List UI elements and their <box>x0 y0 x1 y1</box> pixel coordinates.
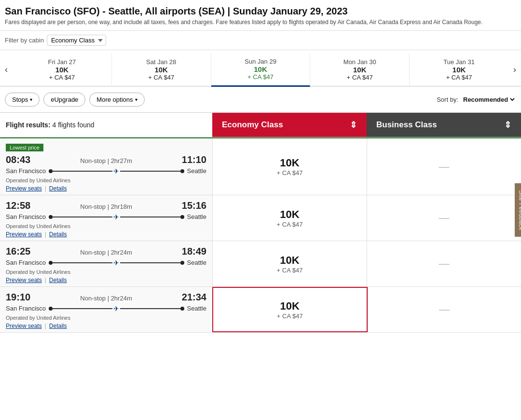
results-bold: Flight results: <box>6 121 51 129</box>
business-dash: — <box>439 303 450 316</box>
date-cell[interactable]: Mon Jan 30 10K + CA $47 <box>310 53 410 86</box>
business-fare-cell[interactable]: — <box>367 138 521 195</box>
arrive-time: 21:34 <box>182 292 206 303</box>
link-separator: | <box>45 277 46 284</box>
date-fee: + CA $47 <box>49 74 75 81</box>
economy-fare-cell[interactable]: 10K + CA $47 <box>212 287 368 332</box>
route-end-dot <box>180 261 184 265</box>
flight-meta: Non-stop | 2hr27m <box>35 157 177 164</box>
date-miles: 10K <box>452 66 466 74</box>
depart-time: 12:58 <box>6 200 30 211</box>
preview-seats-link[interactable]: Preview seats <box>6 323 42 329</box>
route-line: ✈ <box>49 169 184 173</box>
eupgrade-label: eUpgrade <box>51 96 78 103</box>
preview-seats-link[interactable]: Preview seats <box>6 185 42 192</box>
date-fee: + CA $47 <box>446 74 472 81</box>
more-options-button[interactable]: More options ▾ <box>89 93 144 107</box>
date-label: Mon Jan 30 <box>343 58 376 66</box>
dest-city: Seattle <box>187 167 206 175</box>
date-label: Sun Jan 29 <box>245 58 276 65</box>
business-fare-cell[interactable]: — <box>367 241 521 286</box>
economy-fare-cell[interactable]: 10K + CA $47 <box>212 241 367 286</box>
date-cell[interactable]: Sat Jan 28 10K + CA $47 <box>112 53 211 86</box>
date-label: Sat Jan 28 <box>146 58 176 66</box>
economy-tab-arrow-icon: ⇕ <box>350 120 357 130</box>
flight-links: Preview seats | Details <box>6 277 206 284</box>
route-bar: ✈ <box>53 217 180 217</box>
filter-bar: Filter by cabin Economy Class Business C… <box>0 30 521 50</box>
origin-city: San Francisco <box>6 167 46 175</box>
route-bar: ✈ <box>53 171 180 172</box>
link-separator: | <box>45 231 46 238</box>
flight-row: 12:58 Non-stop | 2hr18m 15:16 San Franci… <box>0 195 521 241</box>
operator: Operated by United Airlines <box>6 269 206 275</box>
more-options-chevron-icon: ▾ <box>135 97 137 102</box>
economy-tab[interactable]: Economy Class ⇕ <box>212 113 367 137</box>
route: San Francisco ✈ Seattle <box>6 305 206 312</box>
flight-times: 16:25 Non-stop | 2hr24m 18:49 <box>6 246 206 257</box>
stops-label: Stops <box>12 96 28 103</box>
flight-links: Preview seats | Details <box>6 231 206 238</box>
business-dash: — <box>439 212 450 224</box>
dest-city: Seattle <box>187 259 206 266</box>
economy-miles: 10K <box>280 254 299 267</box>
arrive-time: 11:10 <box>182 154 206 165</box>
date-cell[interactable]: Sun Jan 29 10K + CA $47 <box>211 53 311 87</box>
economy-fee: + CA $47 <box>277 312 303 320</box>
flight-row: Lowest price 08:43 Non-stop | 2hr27m 11:… <box>0 137 521 195</box>
flight-times: 19:10 Non-stop | 2hr24m 21:34 <box>6 292 206 303</box>
date-miles: 10K <box>55 66 69 74</box>
eupgrade-button[interactable]: eUpgrade <box>43 93 85 107</box>
link-separator: | <box>45 185 46 192</box>
route: San Francisco ✈ Seattle <box>6 167 206 175</box>
flight-row: 16:25 Non-stop | 2hr24m 18:49 San Franci… <box>0 241 521 287</box>
plane-icon: ✈ <box>112 213 120 221</box>
route: San Francisco ✈ Seattle <box>6 259 206 266</box>
flight-links: Preview seats | Details <box>6 185 206 192</box>
results-count: 4 flights found <box>52 121 94 129</box>
lowest-price-badge: Lowest price <box>6 144 43 151</box>
plane-icon: ✈ <box>112 259 120 267</box>
business-dash: — <box>439 257 450 270</box>
details-link[interactable]: Details <box>49 323 67 329</box>
route-end-dot <box>180 215 184 219</box>
operator: Operated by United Airlines <box>6 315 206 321</box>
business-fare-cell[interactable]: — <box>367 195 521 241</box>
sort-select[interactable]: Recommended Price Duration Departure <box>461 95 516 104</box>
route-start-dot <box>49 215 53 219</box>
site-feedback-button[interactable]: Site Feedback <box>515 183 521 237</box>
operator: Operated by United Airlines <box>6 177 206 183</box>
flight-links: Preview seats | Details <box>6 323 206 329</box>
business-dash: — <box>439 161 450 173</box>
date-miles: 10K <box>154 66 168 74</box>
plane-icon: ✈ <box>112 305 120 312</box>
preview-seats-link[interactable]: Preview seats <box>6 277 42 284</box>
cabin-select[interactable]: Economy Class Business Class First Class <box>47 35 106 46</box>
depart-time: 19:10 <box>6 292 30 303</box>
preview-seats-link[interactable]: Preview seats <box>6 231 42 238</box>
economy-fare-cell[interactable]: 10K + CA $47 <box>212 138 367 195</box>
route-line: ✈ <box>49 215 184 219</box>
business-tab-arrow-icon: ⇕ <box>504 120 511 130</box>
economy-fee: + CA $47 <box>277 267 303 274</box>
flight-list: Lowest price 08:43 Non-stop | 2hr27m 11:… <box>0 137 521 333</box>
prev-date-arrow[interactable]: ‹ <box>0 53 13 86</box>
details-link[interactable]: Details <box>49 231 67 238</box>
economy-fare-cell[interactable]: 10K + CA $47 <box>212 195 367 241</box>
origin-city: San Francisco <box>6 213 46 220</box>
date-label: Tue Jan 31 <box>443 58 475 66</box>
details-link[interactable]: Details <box>49 185 67 192</box>
details-link[interactable]: Details <box>49 277 67 284</box>
date-cell[interactable]: Fri Jan 27 10K + CA $47 <box>13 53 112 86</box>
business-fare-cell[interactable]: — <box>368 287 521 332</box>
dest-city: Seattle <box>187 213 206 220</box>
route-start-dot <box>49 261 53 265</box>
route-end-dot <box>180 169 184 173</box>
business-tab[interactable]: Business Class ⇕ <box>367 113 521 137</box>
stops-button[interactable]: Stops ▾ <box>5 93 40 107</box>
route: San Francisco ✈ Seattle <box>6 213 206 220</box>
date-cell[interactable]: Tue Jan 31 10K + CA $47 <box>410 53 508 86</box>
route-start-dot <box>49 169 53 173</box>
next-date-arrow[interactable]: › <box>508 53 521 86</box>
economy-tab-label: Economy Class <box>222 120 283 130</box>
